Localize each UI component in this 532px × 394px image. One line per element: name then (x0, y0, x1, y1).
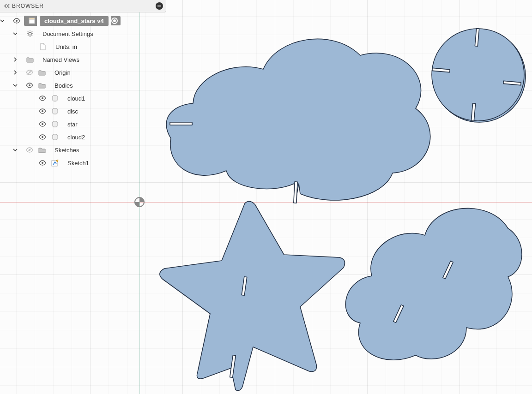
expander-icon[interactable] (13, 57, 22, 62)
gear-icon (25, 30, 35, 37)
visibility-toggle[interactable] (12, 18, 21, 24)
body-icon (50, 107, 60, 115)
visibility-toggle[interactable] (38, 108, 47, 114)
tree-node-label: star (63, 119, 82, 129)
svg-point-26 (29, 84, 30, 86)
expander-icon[interactable] (13, 70, 22, 75)
visibility-toggle[interactable] (38, 160, 47, 166)
tree-node-label: disc (63, 107, 83, 116)
visibility-toggle[interactable] (25, 83, 34, 88)
axis-x (0, 202, 532, 203)
tree-node-sketches[interactable]: Sketches (0, 143, 166, 156)
tree-node-named-views[interactable]: Named Views (0, 53, 166, 66)
svg-point-15 (29, 32, 31, 35)
tree-node-origin[interactable]: Origin (0, 66, 166, 79)
body-icon (50, 120, 60, 128)
expander-icon[interactable] (13, 31, 22, 36)
svg-point-33 (42, 136, 43, 138)
tree-node-body[interactable]: disc (0, 105, 166, 118)
visibility-toggle[interactable] (25, 70, 34, 75)
tree-node-label: Bodies (50, 81, 78, 90)
svg-point-12 (16, 20, 18, 22)
tree-node-body[interactable]: cloud1 (0, 92, 166, 105)
tree-node-label: cloud2 (63, 132, 90, 142)
activate-component-radio[interactable] (111, 16, 121, 25)
svg-point-29 (42, 110, 43, 112)
tree-node-label: Units: in (51, 42, 82, 52)
tree-node-document-settings[interactable]: Document Settings (0, 27, 166, 40)
browser-tree: clouds_and_stars v4 Document Settings Un… (0, 12, 166, 174)
visibility-toggle[interactable] (25, 147, 34, 153)
tree-node-label: Origin (50, 68, 75, 78)
panel-collapse-button[interactable] (3, 4, 11, 8)
svg-line-20 (28, 31, 29, 32)
svg-line-22 (28, 36, 29, 36)
body-cloud1[interactable] (166, 39, 430, 202)
component-icon (24, 16, 37, 26)
tree-node-label: Document Settings (38, 29, 98, 39)
browser-panel-header: BROWSER (0, 0, 166, 12)
tree-node-bodies[interactable]: Bodies (0, 79, 166, 92)
tree-node-label: cloud1 (63, 94, 90, 103)
panel-title: BROWSER (11, 3, 156, 9)
tree-root-node[interactable]: clouds_and_stars v4 (0, 14, 166, 27)
body-icon (50, 95, 60, 102)
visibility-toggle[interactable] (38, 134, 47, 140)
expander-icon[interactable] (13, 148, 22, 152)
body-cloud2[interactable] (345, 208, 522, 360)
svg-point-0 (135, 197, 144, 207)
expander-icon[interactable] (13, 83, 22, 88)
tree-node-body[interactable]: star (0, 118, 166, 131)
visibility-toggle[interactable] (38, 96, 47, 101)
folder-icon (25, 56, 35, 63)
svg-point-27 (42, 97, 43, 99)
folder-icon (37, 147, 47, 153)
tree-node-label: clouds_and_stars v4 (40, 16, 109, 26)
tree-node-body[interactable]: cloud2 (0, 131, 166, 143)
document-icon (38, 43, 48, 50)
svg-rect-38 (52, 161, 57, 166)
sketch-icon (50, 159, 60, 167)
folder-icon (37, 82, 47, 89)
tree-node-units[interactable]: Units: in (0, 40, 166, 53)
folder-icon (37, 69, 47, 76)
visibility-toggle[interactable] (38, 121, 47, 127)
svg-point-31 (42, 123, 43, 125)
body-icon (50, 133, 60, 141)
tree-node-label: Sketches (50, 145, 84, 155)
body-disc-shape[interactable] (432, 29, 524, 121)
expander-icon[interactable] (0, 18, 9, 23)
browser-panel: BROWSER clouds_and_stars v4 (0, 0, 166, 174)
panel-options-button[interactable] (156, 2, 163, 10)
tree-node-label: Sketch1 (63, 158, 94, 168)
svg-point-37 (42, 162, 43, 164)
body-star[interactable] (160, 201, 345, 390)
svg-line-21 (32, 36, 33, 36)
origin-marker (134, 197, 145, 207)
tree-node-label: Named Views (38, 55, 84, 65)
svg-line-23 (32, 31, 33, 32)
tree-node-sketch[interactable]: Sketch1 (0, 156, 166, 169)
svg-rect-14 (29, 18, 35, 19)
